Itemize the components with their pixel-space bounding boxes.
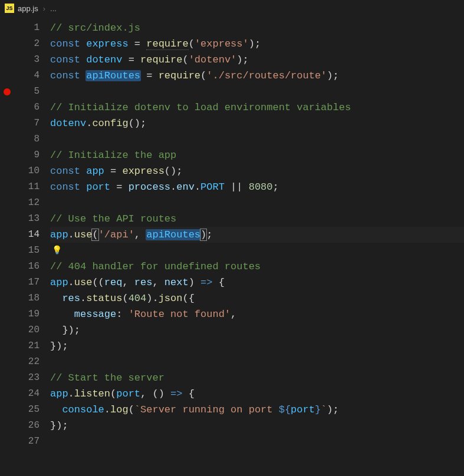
- code-line-current[interactable]: app.use('/api', apiRoutes);: [50, 227, 464, 243]
- code-editor[interactable]: 1234567891011121314151617181920212223242…: [0, 16, 464, 476]
- line-number[interactable]: 7: [0, 115, 50, 131]
- code-line[interactable]: [50, 354, 464, 370]
- line-number[interactable]: 3: [0, 52, 50, 68]
- code-line[interactable]: // src/index.js: [50, 20, 464, 36]
- line-number[interactable]: 24: [0, 386, 50, 402]
- code-line[interactable]: app.listen(port, () => {: [50, 386, 464, 402]
- code-line[interactable]: dotenv.config();: [50, 115, 464, 131]
- code-line[interactable]: const apiRoutes = require('./src/routes/…: [50, 68, 464, 84]
- code-line[interactable]: app.use((req, res, next) => {: [50, 275, 464, 290]
- breakpoint-icon[interactable]: [4, 88, 11, 95]
- code-line[interactable]: });: [50, 418, 464, 434]
- line-number[interactable]: 16: [0, 259, 50, 275]
- code-line[interactable]: [50, 434, 464, 449]
- js-file-icon: JS: [5, 4, 14, 13]
- line-number[interactable]: 5: [0, 84, 50, 100]
- code-line[interactable]: // 404 handler for undefined routes: [50, 259, 464, 275]
- code-line[interactable]: console.log(`Server running on port ${po…: [50, 402, 464, 418]
- code-line[interactable]: // Initialize dotenv to load environment…: [50, 100, 464, 115]
- line-number[interactable]: 17: [0, 275, 50, 290]
- line-number[interactable]: 22: [0, 354, 50, 370]
- code-line[interactable]: res.status(404).json({: [50, 290, 464, 306]
- line-number[interactable]: 25: [0, 402, 50, 418]
- line-number[interactable]: 8: [0, 131, 50, 147]
- code-line[interactable]: // Initialize the app: [50, 147, 464, 163]
- line-number[interactable]: 11: [0, 179, 50, 195]
- code-line[interactable]: const port = process.env.PORT || 8080;: [50, 179, 464, 195]
- gutter[interactable]: 1234567891011121314151617181920212223242…: [0, 16, 50, 476]
- breadcrumb-more[interactable]: ...: [50, 4, 57, 13]
- file-tab[interactable]: JS app.js › ...: [0, 0, 61, 16]
- code-line[interactable]: [50, 195, 464, 211]
- code-line[interactable]: // Use the API routes: [50, 211, 464, 227]
- line-number[interactable]: 14: [0, 227, 50, 243]
- code-line[interactable]: const dotenv = require('dotenv');: [50, 52, 464, 68]
- line-number[interactable]: 27: [0, 434, 50, 449]
- code-line[interactable]: // Start the server: [50, 370, 464, 386]
- code-line[interactable]: [50, 84, 464, 100]
- line-number[interactable]: 13: [0, 211, 50, 227]
- line-number[interactable]: 6: [0, 100, 50, 115]
- line-number[interactable]: 12: [0, 195, 50, 211]
- line-number[interactable]: 21: [0, 338, 50, 354]
- code-area[interactable]: // src/index.js const express = require(…: [50, 16, 464, 476]
- code-line[interactable]: const app = express();: [50, 163, 464, 179]
- lightbulb-icon[interactable]: 💡: [52, 243, 62, 259]
- tab-bar: JS app.js › ...: [0, 0, 464, 16]
- code-line[interactable]: message: 'Route not found',: [50, 306, 464, 322]
- breadcrumb-separator: ›: [42, 4, 47, 13]
- line-number[interactable]: 10: [0, 163, 50, 179]
- code-line[interactable]: [50, 131, 464, 147]
- line-number[interactable]: 15: [0, 243, 50, 259]
- tab-filename: app.js: [18, 4, 38, 13]
- code-line[interactable]: });: [50, 338, 464, 354]
- line-number[interactable]: 4: [0, 68, 50, 84]
- line-number[interactable]: 1: [0, 20, 50, 36]
- code-line[interactable]: const express = require('express');: [50, 36, 464, 52]
- code-line[interactable]: 💡: [50, 243, 464, 259]
- line-number[interactable]: 26: [0, 418, 50, 434]
- line-number[interactable]: 9: [0, 147, 50, 163]
- code-line[interactable]: });: [50, 322, 464, 338]
- line-number[interactable]: 23: [0, 370, 50, 386]
- line-number[interactable]: 18: [0, 290, 50, 306]
- line-number[interactable]: 2: [0, 36, 50, 52]
- line-number[interactable]: 19: [0, 306, 50, 322]
- line-number[interactable]: 20: [0, 322, 50, 338]
